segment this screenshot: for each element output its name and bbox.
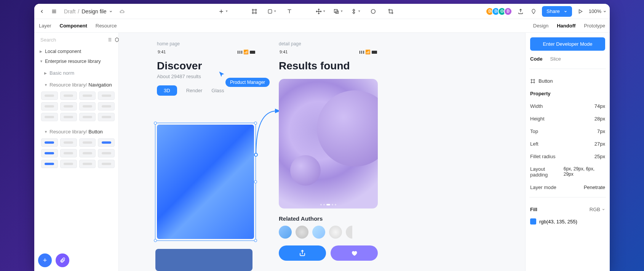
bottom-card (155, 249, 252, 271)
component-tool[interactable]: ▼ (350, 6, 361, 17)
artboard-home[interactable]: 9:41 📶 Discover About 29487 results 3D R… (157, 50, 256, 96)
canvas[interactable]: home page detail page 9:41 📶 Discover Ab… (119, 33, 525, 271)
property-heading: Property (530, 91, 605, 96)
author-avatar[interactable] (279, 226, 292, 239)
author-avatar[interactable] (312, 226, 325, 239)
back-icon[interactable] (37, 7, 46, 16)
app-window: Draft / Design file ▼ ▼ ▼ ▼ ▼ D D O (34, 4, 610, 271)
signal-icon (360, 51, 364, 54)
component-thumb[interactable] (98, 138, 115, 147)
page-title: Discover (157, 60, 256, 72)
artboard-detail[interactable]: 9:41 📶 Results found Related Authors (279, 50, 378, 261)
list-view-icon[interactable] (107, 35, 112, 44)
component-thumb[interactable] (41, 102, 58, 111)
export-icon[interactable] (516, 7, 525, 16)
avatar[interactable]: D (504, 7, 512, 16)
hero-image (157, 125, 254, 239)
tree-basic-norm[interactable]: ▶Basic norm (34, 68, 118, 78)
frame-icon (530, 79, 535, 84)
attach-button[interactable] (56, 253, 69, 267)
frame-tool[interactable] (249, 6, 260, 17)
sidebar-actions: + (34, 250, 118, 271)
component-thumb[interactable] (60, 102, 77, 111)
chevron-down-icon[interactable] (109, 10, 113, 13)
tree-button-lib[interactable]: ▼Resource library/Button (34, 127, 118, 137)
author-avatar[interactable] (329, 226, 342, 239)
move-tool[interactable]: ▼ (315, 6, 326, 17)
component-thumb[interactable] (60, 113, 77, 121)
author-avatar[interactable] (296, 226, 308, 239)
left-sidebar: ▶Local component ▼Enterprise resource li… (34, 33, 119, 271)
color-mode-select[interactable]: RGB (590, 207, 605, 212)
collaborator-avatars[interactable]: D D O D (488, 7, 512, 16)
tree-local-component[interactable]: ▶Local component (34, 47, 118, 56)
filter-tab-3d[interactable]: 3D (157, 85, 177, 96)
share-cta-button[interactable] (279, 245, 326, 261)
tab-component[interactable]: Component (60, 23, 87, 29)
tab-slice[interactable]: Slice (550, 56, 561, 62)
like-cta-button[interactable] (331, 245, 378, 261)
search-input[interactable] (40, 37, 104, 43)
boolean-tool[interactable]: ▼ (333, 6, 344, 17)
add-button[interactable]: + (38, 253, 52, 267)
share-button[interactable]: Share (542, 6, 572, 17)
selection-rect[interactable]: ❤ ◉ 👤 (155, 123, 256, 241)
breadcrumb[interactable]: Draft / Design file (64, 8, 113, 14)
cloud-sync-icon[interactable] (117, 7, 126, 16)
crop-tool[interactable] (385, 6, 396, 17)
breadcrumb-root: Draft (64, 8, 75, 14)
resize-handle[interactable] (154, 122, 157, 125)
tab-design[interactable]: Design (533, 23, 548, 29)
component-thumb[interactable] (60, 160, 77, 168)
artboard-label-home[interactable]: home page (157, 41, 180, 47)
fill-value[interactable]: rgb(43, 135, 255) (530, 218, 605, 224)
component-thumb[interactable] (79, 149, 96, 157)
tab-handoff[interactable]: Handoff (557, 23, 575, 29)
component-thumb[interactable] (79, 138, 96, 147)
component-thumb[interactable] (41, 160, 58, 168)
filter-tab-glass[interactable]: Glass (211, 88, 224, 93)
resize-handle[interactable] (254, 239, 257, 242)
menu-icon[interactable] (50, 7, 59, 16)
tree-enterprise-library[interactable]: ▼Enterprise resource library (34, 56, 118, 66)
component-thumb[interactable] (60, 149, 77, 157)
tab-resource[interactable]: Resource (96, 23, 117, 29)
ellipse-tool[interactable] (368, 6, 379, 17)
button-thumbnails (34, 137, 118, 172)
shape-tool[interactable]: ▼ (267, 6, 277, 17)
component-thumb[interactable] (60, 138, 77, 147)
color-swatch[interactable] (530, 218, 536, 224)
component-thumb[interactable] (79, 113, 96, 121)
play-icon[interactable] (576, 7, 585, 16)
tab-code[interactable]: Code (530, 56, 543, 62)
location-icon[interactable] (529, 7, 538, 16)
developer-mode-button[interactable]: Enter Developer Mode (530, 37, 605, 51)
text-tool[interactable] (284, 6, 295, 17)
tab-prototype[interactable]: Prototype (584, 23, 605, 29)
author-list (279, 226, 378, 239)
component-thumb[interactable] (98, 149, 115, 157)
svg-rect-9 (268, 10, 272, 13)
filter-tab-render[interactable]: Render (186, 88, 203, 93)
component-thumb[interactable] (98, 91, 115, 100)
component-thumb[interactable] (79, 102, 96, 111)
artboard-label-detail[interactable]: detail page (279, 41, 301, 47)
tree-navigation-lib[interactable]: ▼Resource library/Navigation (34, 80, 118, 90)
component-thumb[interactable] (98, 102, 115, 111)
tab-layer[interactable]: Layer (39, 23, 51, 29)
component-thumb[interactable] (98, 160, 115, 168)
component-thumb[interactable] (41, 91, 58, 100)
add-tool[interactable]: ▼ (218, 6, 229, 17)
component-thumb[interactable] (79, 160, 96, 168)
resize-handle[interactable] (254, 180, 257, 183)
component-thumb[interactable] (41, 149, 58, 157)
component-thumb[interactable] (41, 113, 58, 121)
component-thumb[interactable] (79, 91, 96, 100)
author-avatar[interactable] (346, 226, 359, 239)
resize-handle[interactable] (154, 239, 157, 242)
component-thumb[interactable] (98, 113, 115, 121)
component-thumb[interactable] (60, 91, 77, 100)
component-thumb[interactable] (41, 138, 58, 147)
top-toolbar: Draft / Design file ▼ ▼ ▼ ▼ ▼ D D O (34, 4, 610, 19)
zoom-control[interactable]: 100% (589, 8, 607, 14)
